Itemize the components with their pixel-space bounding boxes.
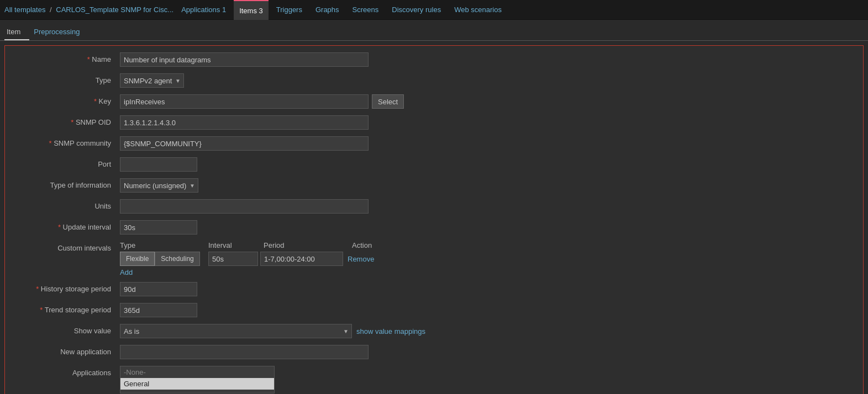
port-field [120, 157, 859, 172]
key-field: Select [120, 94, 859, 109]
snmp-community-label: SNMP community [9, 136, 120, 147]
key-row: Key Select [9, 94, 859, 110]
name-label: Name [9, 52, 120, 63]
new-application-row: New application [9, 345, 859, 360]
tab-items[interactable]: Items 3 [234, 0, 269, 20]
app-list-item-none[interactable]: -None- [120, 366, 274, 378]
trend-storage-row: Trend storage period [9, 303, 859, 318]
snmp-oid-label: SNMP OID [9, 115, 120, 126]
custom-intervals-label: Custom intervals [9, 241, 120, 252]
port-label: Port [9, 157, 120, 168]
tab-screens[interactable]: Screens [347, 0, 385, 20]
snmp-community-input[interactable] [120, 136, 369, 151]
type-of-info-select[interactable]: Numeric (unsigned) Numeric (float) Chara… [120, 178, 198, 193]
snmp-oid-field [120, 115, 859, 130]
tab-discovery-rules[interactable]: Discovery rules [386, 0, 446, 20]
trend-storage-input[interactable] [120, 303, 197, 317]
applications-row: Applications -None- General [9, 366, 859, 393]
sub-tabs: Item Preprocessing [0, 24, 868, 41]
custom-intervals-row: Custom intervals Type Interval Period Ac… [9, 241, 859, 276]
key-select-button[interactable]: Select [372, 94, 404, 109]
key-input[interactable] [120, 94, 369, 109]
tab-applications[interactable]: Applications 1 [176, 0, 232, 20]
type-of-info-label: Type of information [9, 178, 120, 189]
subtab-preprocessing[interactable]: Preprocessing [31, 24, 88, 40]
intervals-header: Type Interval Period Action [120, 241, 396, 249]
interval-type-btns: Flexible Scheduling [120, 252, 208, 266]
snmp-oid-input[interactable] [120, 115, 369, 130]
main-content: Item Preprocessing Name Type SNMPv2 agen… [0, 20, 868, 394]
type-select-wrapper: SNMPv2 agent SNMPv1 agent SNMPv3 agent ▼ [120, 73, 184, 88]
update-interval-label: Update interval [9, 220, 120, 231]
new-application-input[interactable] [120, 345, 369, 359]
update-interval-row: Update interval [9, 220, 859, 236]
breadcrumb: All templates / CARLOS_Template SNMP for… [4, 6, 173, 14]
subtab-item[interactable]: Item [4, 24, 29, 40]
update-interval-input[interactable] [120, 220, 197, 235]
all-templates-link[interactable]: All templates [4, 6, 45, 14]
col-type-header: Type [120, 241, 208, 249]
port-input[interactable] [120, 157, 197, 172]
type-select[interactable]: SNMPv2 agent SNMPv1 agent SNMPv3 agent [120, 73, 184, 88]
port-row: Port [9, 157, 859, 173]
add-interval-button[interactable]: Add [120, 268, 133, 276]
tab-web-scenarios[interactable]: Web scenarios [449, 0, 507, 20]
interval-row: Flexible Scheduling Remove [120, 252, 396, 266]
type-of-info-select-wrapper: Numeric (unsigned) Numeric (float) Chara… [120, 178, 198, 193]
new-application-field [120, 345, 859, 359]
add-interval-link-wrapper: Add [120, 268, 396, 276]
tab-graphs[interactable]: Graphs [310, 0, 345, 20]
item-form: Name Type SNMPv2 agent SNMPv1 agent SNMP… [4, 45, 864, 394]
col-interval-header: Interval [208, 241, 264, 249]
show-value-field: As is ▼ show value mappings [120, 324, 859, 338]
applications-field: -None- General [120, 366, 859, 393]
col-action-header: Action [352, 241, 396, 249]
show-value-row: Show value As is ▼ show value mappings [9, 324, 859, 339]
app-list-item-general[interactable]: General [120, 378, 274, 390]
applications-label: Applications [9, 366, 120, 377]
show-value-select[interactable]: As is [120, 324, 352, 338]
type-of-info-row: Type of information Numeric (unsigned) N… [9, 178, 859, 194]
type-label: Type [9, 73, 120, 84]
snmp-oid-row: SNMP OID [9, 115, 859, 131]
units-label: Units [9, 199, 120, 210]
snmp-community-field [120, 136, 859, 151]
tab-triggers[interactable]: Triggers [271, 0, 308, 20]
units-row: Units [9, 199, 859, 215]
history-storage-field [120, 282, 859, 296]
history-storage-row: History storage period [9, 282, 859, 297]
interval-value-input[interactable] [208, 252, 258, 266]
show-value-select-wrapper: As is ▼ [120, 324, 352, 338]
type-field: SNMPv2 agent SNMPv1 agent SNMPv3 agent ▼ [120, 73, 859, 88]
history-storage-input[interactable] [120, 282, 197, 296]
remove-button[interactable]: Remove [348, 255, 374, 263]
col-period-header: Period [264, 241, 352, 249]
units-input[interactable] [120, 199, 369, 214]
trend-storage-field [120, 303, 859, 317]
type-row: Type SNMPv2 agent SNMPv1 agent SNMPv3 ag… [9, 73, 859, 89]
history-storage-label: History storage period [9, 282, 120, 293]
period-value-input[interactable] [260, 252, 343, 266]
applications-list: -None- General [120, 366, 275, 393]
flexible-button[interactable]: Flexible [120, 252, 155, 266]
template-name-link[interactable]: CARLOS_Template SNMP for Cisc... [56, 6, 173, 14]
snmp-community-row: SNMP community [9, 136, 859, 152]
trend-storage-label: Trend storage period [9, 303, 120, 314]
show-value-label: Show value [9, 324, 120, 335]
update-interval-field [120, 220, 859, 235]
show-value-mappings-link[interactable]: show value mappings [356, 327, 425, 336]
scheduling-button[interactable]: Scheduling [155, 252, 199, 266]
name-field [120, 52, 859, 67]
top-nav: All templates / CARLOS_Template SNMP for… [0, 0, 868, 20]
key-label: Key [9, 94, 120, 105]
type-of-info-field: Numeric (unsigned) Numeric (float) Chara… [120, 178, 859, 193]
name-input[interactable] [120, 52, 369, 67]
name-row: Name [9, 52, 859, 68]
units-field [120, 199, 859, 214]
new-application-label: New application [9, 345, 120, 356]
intervals-section: Type Interval Period Action Flexible Sch… [120, 241, 396, 276]
custom-intervals-field: Type Interval Period Action Flexible Sch… [120, 241, 859, 276]
